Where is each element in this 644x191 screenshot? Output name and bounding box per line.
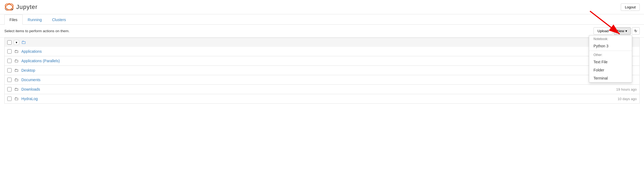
upload-button[interactable]: Upload: [593, 27, 613, 35]
table-row: 🗀 HydraLog 10 days ago: [4, 94, 640, 104]
chevron-down-icon: ▾: [625, 29, 627, 33]
folder-icon: 🗀: [14, 87, 19, 92]
select-hint: Select items to perform actions on them.: [4, 29, 70, 33]
table-row: 🗀 Applications: [4, 47, 640, 56]
table-row: 🗀 Desktop: [4, 66, 640, 75]
refresh-button[interactable]: ↻: [632, 27, 640, 35]
row-checkbox[interactable]: [7, 59, 12, 63]
tab-clusters[interactable]: Clusters: [47, 15, 71, 25]
file-link[interactable]: Documents: [21, 78, 607, 82]
header: Jupyter Logout: [0, 0, 644, 14]
new-button[interactable]: New ▾: [614, 27, 631, 35]
table-row: 🗀 Downloads 19 hours ago: [4, 85, 640, 94]
row-checkbox[interactable]: [7, 49, 12, 54]
new-folder-icon[interactable]: 🗀: [21, 39, 26, 45]
folder-icon: 🗀: [14, 49, 19, 54]
app-title: Jupyter: [16, 4, 38, 11]
tab-running[interactable]: Running: [23, 15, 47, 25]
dropdown-item-textfile[interactable]: Text File: [589, 58, 632, 66]
folder-icon: 🗀: [14, 68, 19, 73]
dropdown-item-folder[interactable]: Folder: [589, 66, 632, 74]
new-button-label: New: [617, 29, 624, 33]
file-link[interactable]: Applications (Parallels): [21, 59, 607, 63]
notebook-section-label: Notebook:: [589, 35, 632, 42]
file-time: 19 hours ago: [610, 87, 637, 91]
logout-button[interactable]: Logout: [621, 4, 640, 11]
tabs-bar: Files Running Clusters: [0, 14, 644, 25]
row-checkbox[interactable]: [7, 87, 12, 91]
dropdown-item-python3[interactable]: Python 3: [589, 42, 632, 50]
table-row: 🗀 Applications (Parallels): [4, 56, 640, 66]
folder-icon: 🗀: [14, 77, 19, 82]
dropdown-item-terminal[interactable]: Terminal: [589, 74, 632, 82]
logo-area: Jupyter: [4, 2, 38, 12]
row-checkbox[interactable]: [7, 78, 12, 82]
file-link[interactable]: Downloads: [21, 87, 607, 91]
row-checkbox[interactable]: [7, 97, 12, 101]
folder-icon: 🗀: [14, 58, 19, 63]
file-time: 10 days ago: [610, 97, 637, 101]
toolbar-actions: Upload New ▾ ↻ Notebook: Python 3 Other:…: [593, 27, 640, 35]
jupyter-logo-icon: [4, 2, 14, 12]
svg-point-4: [12, 9, 13, 10]
svg-point-3: [6, 9, 7, 10]
file-link[interactable]: HydraLog: [21, 97, 607, 101]
row-checkbox[interactable]: [7, 68, 12, 73]
new-dropdown-menu: Notebook: Python 3 Other: Text File Fold…: [589, 35, 632, 83]
svg-point-2: [9, 3, 10, 5]
file-list-container: ▾ 🗀 🗀 Applications 🗀 Applications (Paral…: [0, 38, 644, 104]
select-all-checkbox[interactable]: [7, 40, 12, 45]
file-link[interactable]: Desktop: [21, 68, 607, 73]
other-section-label: Other:: [589, 51, 632, 58]
table-row: 🗀 Documents: [4, 75, 640, 85]
folder-icon: 🗀: [14, 96, 19, 101]
toolbar: Select items to perform actions on them.…: [0, 25, 644, 38]
tab-files[interactable]: Files: [4, 15, 23, 25]
file-link[interactable]: Applications: [21, 49, 607, 54]
header-dropdown-button[interactable]: ▾: [14, 40, 19, 45]
file-list-header: ▾ 🗀: [4, 38, 640, 47]
dropdown-divider: [589, 51, 632, 51]
